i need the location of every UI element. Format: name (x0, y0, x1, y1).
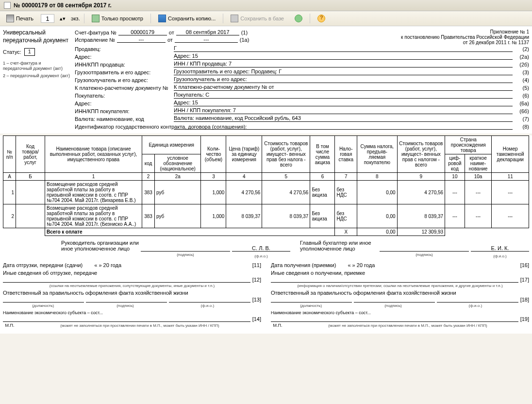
refresh-button[interactable] (291, 13, 306, 24)
copies-stepper[interactable]: ▴▾ (58, 15, 67, 22)
th-sum-notax: Стоимость товаров (работ, услуг), имущес… (262, 136, 310, 173)
ship-date-label: Дата отгрузки, передачи (сдачи) (3, 262, 83, 268)
correction-label: Исправление № (75, 37, 115, 43)
field-suffix: (8) (515, 124, 529, 130)
nr-3: 3 (201, 173, 226, 181)
recv-date-tpl: « » 20 года (348, 262, 375, 268)
field-label: ИНН/КПП покупателя: (75, 108, 172, 114)
total-label: Всего к оплате (45, 228, 335, 236)
n11: [11] (252, 262, 261, 268)
attach-line-3: от 26 декабря 2011 г. № 1137 (401, 40, 529, 45)
field-suffix: (6б) (515, 108, 529, 114)
status-note-2: 2 – передаточный документ (акт) (3, 73, 71, 79)
cell-excise: Без акциза (310, 181, 335, 204)
refresh-icon (295, 15, 302, 22)
window-title: № 00000179 от 08 сентября 2017 г. (14, 2, 112, 9)
cell-tax: 0,00 (357, 181, 398, 204)
field-suffix: (3) (515, 69, 529, 75)
cell-cname: --- (465, 204, 492, 228)
nr-8: 8 (357, 173, 398, 181)
mp-left: М.П. (3, 323, 17, 328)
cell-name: Возмещение расходов средней заработной п… (45, 204, 142, 228)
field-row-inn_buyer: ИНН/КПП покупателя:ИНН / КПП покупателя:… (75, 107, 529, 114)
th-ccode: циф- ровой код (445, 154, 465, 173)
save-icon (158, 15, 166, 22)
rukovod-fio: С. Л. В. (232, 245, 290, 252)
status-value: 1 (24, 48, 35, 56)
cell-n: 1 (3, 181, 16, 204)
n13: [13] (252, 297, 261, 303)
field-row-contract: Идентификатор государственного контракта… (75, 123, 529, 130)
n18: [18] (520, 297, 529, 303)
rukovod-sign (141, 246, 230, 252)
separator (310, 14, 310, 23)
help-button[interactable] (314, 13, 329, 24)
cell-qty: 1,000 (201, 204, 226, 228)
field-row-buyer: Покупатель:Покупатель: С(6) (75, 92, 529, 99)
nr-6: 6 (310, 173, 335, 181)
field-value: Покупатель: С (174, 92, 513, 99)
cell-uname: руб (155, 204, 201, 228)
status-row: Статус: 1 (3, 48, 71, 56)
cell-decl: --- (492, 204, 529, 228)
th-sum-tax: Стоимость товаров (работ, услуг), имущес… (397, 136, 445, 173)
invoice-suffix: (1) (241, 30, 248, 35)
field-value: Адрес: 15 (174, 100, 513, 106)
field-row-currency: Валюта: наименование, кодВалюта: наимено… (75, 115, 529, 122)
save-db-label: Сохранить в базе (240, 16, 284, 21)
left-panel: Универсальный передаточный документ Стат… (3, 29, 71, 131)
field-label: Адрес: (75, 101, 172, 106)
correction-date: --- (175, 36, 238, 43)
copies-unit: экз. (71, 16, 80, 21)
correction-number: --- (117, 36, 166, 43)
cell-sum-notax: 4 270,56 (262, 181, 310, 204)
th-country-group: Страна происхождения товара (445, 136, 492, 154)
database-icon (231, 15, 238, 22)
save-copy-button[interactable]: Сохранить копию... (155, 13, 219, 24)
separator (150, 14, 151, 23)
field-label: Валюта: наименование, код (75, 116, 172, 122)
cell-uname: руб (155, 181, 201, 204)
view-only-button[interactable]: Только просмотр (88, 13, 147, 24)
nr-1: 1 (45, 173, 142, 181)
cell-decl: --- (492, 181, 529, 204)
resp-pos-r (271, 297, 352, 303)
nr-a: А (3, 173, 16, 181)
print-button[interactable]: Печать (3, 13, 37, 24)
total-sum: 12 309,93 (397, 228, 445, 236)
save-db-button[interactable]: Сохранить в базе (227, 13, 287, 24)
field-value: ИНН / КПП покупателя: 7 (174, 107, 513, 114)
other-ship-field (3, 277, 250, 283)
cell-qty: 1,000 (201, 181, 226, 204)
copies-input[interactable] (41, 14, 54, 23)
mp-right: М.П. (271, 323, 284, 328)
cell-sum-tax: 8 039,37 (397, 204, 445, 228)
field-label: Идентификатор государственного контракта… (75, 124, 172, 130)
save-copy-label: Сохранить копию... (168, 16, 216, 21)
resp-left: Ответственный за правильность оформления… (3, 290, 188, 296)
th-cname: краткое наиме- нование (465, 154, 492, 173)
table-row: 1Возмещение расходов средней заработной … (3, 181, 529, 204)
glavbuh-label: Главный бухгалтер или иное уполномоченно… (300, 240, 378, 252)
th-unit-group: Единица измерения (142, 136, 201, 154)
invoice-date: 08 сентября 2017 (176, 29, 239, 35)
field-row-seller: Продавец:Г(2) (75, 45, 529, 52)
attach-line-1: Приложение № 1 (401, 29, 529, 34)
cell-sum-notax: 8 039,37 (262, 204, 310, 228)
glavbuh-fio: Е. И. К. (471, 245, 529, 252)
n14: [14] (252, 316, 261, 322)
other-ship-label: Иные сведения об отгрузке, передаче (3, 270, 97, 276)
field-row-paydoc: К платежно-расчетному документу №К плате… (75, 84, 529, 91)
cell-ccode: --- (445, 181, 465, 204)
field-value: Грузоотправитель и его адрес: Продавец: … (174, 68, 513, 75)
th-tax: Сумма налога, предъяв- ляемая покупателю (357, 136, 398, 173)
field-value: К платежно-расчетному документу № от (174, 84, 513, 91)
glavbuh-sign (380, 246, 469, 252)
hint-ship: (ссылки на неотъемлемые приложения, сопу… (3, 284, 261, 288)
cell-code (16, 204, 45, 228)
econ-right: Наименование экономического субъекта – с… (271, 310, 529, 315)
main-panel: Счет-фактура № 00000179 от 08 сентября 2… (75, 29, 529, 131)
field-row-inn_seller: ИНН/КПП продавца:ИНН / КПП продавца: 7(2… (75, 61, 529, 67)
nr-10a: 10а (465, 173, 492, 181)
nr-4: 4 (226, 173, 262, 181)
